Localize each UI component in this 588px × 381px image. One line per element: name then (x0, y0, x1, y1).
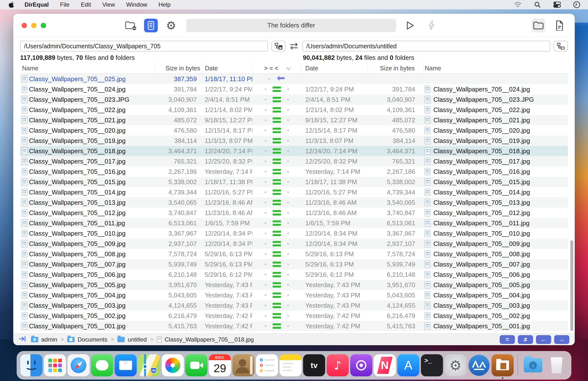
clock-icon[interactable] (573, 1, 581, 9)
table-row[interactable]: Classy_Wallpapers_705__011.jpg6,513,0611… (20, 218, 568, 228)
swap-sides-button[interactable] (286, 42, 302, 50)
reveal-folder-button[interactable] (532, 19, 545, 32)
jpeg-file-icon (21, 209, 27, 216)
contacts-icon[interactable] (232, 354, 254, 376)
jpeg-file-icon (21, 137, 27, 144)
file-size-left: 384,114 (155, 137, 198, 145)
table-row[interactable]: Classy_Wallpapers_705__025.jpg387,3591/1… (20, 74, 568, 84)
minimize-button[interactable] (31, 23, 37, 28)
table-row[interactable]: Classy_Wallpapers_705__012.jpg3,740,8471… (20, 208, 568, 218)
calendar-icon[interactable]: DEC 29 (209, 354, 231, 376)
apple-tv-icon[interactable]: tv (303, 354, 325, 376)
previous-diff-button[interactable]: ← (536, 335, 551, 344)
jpeg-file-icon (21, 323, 27, 330)
direqual-app-icon[interactable] (492, 354, 514, 376)
wifi-icon[interactable] (514, 1, 522, 9)
menu-item-help[interactable]: Help (159, 1, 170, 8)
left-path-input[interactable] (20, 41, 268, 52)
menu-item-file[interactable]: File (60, 1, 70, 8)
table-row[interactable]: Classy_Wallpapers_705__006.jpg6,210,1485… (20, 269, 568, 280)
messages-icon[interactable] (91, 354, 113, 376)
maps-icon[interactable]: 280 (138, 354, 160, 376)
sync-bolt-button[interactable] (424, 19, 438, 32)
jpeg-file-icon (21, 261, 27, 268)
table-row[interactable]: Classy_Wallpapers_705__005.jpg3,951,670Y… (20, 280, 568, 290)
chevron-down-icon[interactable] (286, 65, 291, 70)
table-row[interactable]: Classy_Wallpapers_705__013.jpg3,540,0651… (20, 197, 568, 208)
table-row[interactable]: Classy_Wallpapers_705__004.jpg5,043,605Y… (20, 290, 568, 300)
terminal-icon[interactable]: >_ (421, 354, 443, 376)
table-row[interactable]: Classy_Wallpapers_705__003.jpg4,124,655Y… (20, 300, 568, 311)
music-icon[interactable]: ♪ (327, 354, 349, 376)
jpeg-file-icon (21, 189, 27, 196)
table-row[interactable]: Classy_Wallpapers_705__019.jpg384,11411/… (20, 135, 568, 146)
news-icon[interactable]: N (374, 354, 396, 376)
compare-folders-button[interactable] (144, 19, 158, 32)
table-row[interactable]: Classy_Wallpapers_705__017.jpg765,32112/… (20, 156, 568, 167)
run-comparison-button[interactable] (403, 19, 417, 32)
file-date-right: 11/23/16, 8:46 AM (301, 199, 368, 207)
table-row[interactable]: Classy_Wallpapers_705__008.jpg7,578,7245… (20, 249, 568, 259)
mountain-app-icon[interactable] (468, 354, 490, 376)
table-row[interactable]: Classy_Wallpapers_705__021.jpg485,0729/1… (20, 115, 568, 125)
table-row[interactable]: Classy_Wallpapers_705__009.jpg2,937,1071… (20, 239, 568, 249)
trash-icon[interactable] (546, 354, 568, 376)
table-row[interactable]: Classy_Wallpapers_705__007.jpg5,939,7495… (20, 259, 568, 269)
right-path-input[interactable] (302, 41, 550, 52)
podcasts-icon[interactable] (350, 354, 372, 376)
jpeg-file-icon (424, 240, 430, 248)
report-document-button[interactable] (553, 19, 567, 32)
apple-menu-icon[interactable] (8, 1, 15, 8)
breadcrumb-item-label[interactable]: untitled (128, 336, 147, 343)
facetime-icon[interactable] (185, 354, 207, 376)
menu-item-window[interactable]: Window (126, 1, 147, 8)
table-row[interactable]: Classy_Wallpapers_705__002.jpg6,216,479Y… (20, 311, 568, 321)
menu-item-edit[interactable]: Edit (81, 1, 91, 8)
table-row[interactable]: Classy_Wallpapers_705__014.jpg4,739,3441… (20, 187, 568, 197)
table-row[interactable]: Classy_Wallpapers_705__001.jpg5,415,763Y… (20, 321, 568, 331)
jump-to-selected-icon[interactable] (19, 336, 26, 343)
menu-app-name[interactable]: DirEqual (24, 1, 49, 8)
show-different-button[interactable]: ≠ (518, 335, 533, 344)
notes-icon[interactable] (279, 354, 302, 376)
file-icon-left (20, 230, 29, 237)
file-date-right: Yesterday, 7:14 PM (301, 168, 368, 175)
reminders-icon[interactable] (256, 354, 278, 376)
settings-gear-button[interactable]: ⚙ (164, 19, 178, 32)
control-center-icon[interactable] (553, 1, 561, 9)
left-tree-view-button[interactable] (272, 41, 286, 52)
zoom-button[interactable] (41, 23, 46, 28)
table-row[interactable]: Classy_Wallpapers_705__023.JPG3,040,9072… (20, 95, 568, 105)
next-diff-button[interactable]: → (554, 335, 569, 344)
table-row[interactable]: Classy_Wallpapers_705__022.jpg4,109,3611… (20, 105, 568, 115)
equal-icon (273, 107, 281, 113)
mail-icon[interactable] (115, 354, 137, 376)
vertical-scrollbar[interactable] (570, 240, 573, 331)
file-icon-right (423, 189, 432, 196)
show-equal-button[interactable]: = (500, 335, 515, 344)
photos-icon[interactable] (162, 354, 184, 376)
menu-item-view[interactable]: View (102, 1, 115, 8)
left-bytes-value: 117,109,889 (20, 54, 55, 61)
remove-folder-button[interactable] (124, 19, 138, 32)
breadcrumb-item-label[interactable]: Documents (78, 336, 107, 343)
breadcrumb-item-label[interactable]: admin (41, 336, 57, 343)
table-row[interactable]: Classy_Wallpapers_705__015.jpg5,338,0021… (20, 177, 568, 187)
system-preferences-icon[interactable]: ⚙ (444, 354, 466, 376)
table-row[interactable]: Classy_Wallpapers_705__010.jpg3,367,9671… (20, 228, 568, 239)
launchpad-icon[interactable] (44, 354, 66, 376)
right-tree-view-button[interactable] (554, 41, 568, 52)
table-row[interactable]: Classy_Wallpapers_705__018.jpg3,464,3711… (20, 146, 568, 156)
close-button[interactable] (21, 23, 27, 28)
table-row[interactable]: Classy_Wallpapers_705__024.jpg391,7841/2… (20, 84, 568, 95)
downloads-folder-icon[interactable]: ↓ (522, 354, 544, 376)
app-store-icon[interactable]: A (397, 354, 420, 376)
breadcrumb-item-label[interactable]: Classy_Wallpapers_705__018.jpg (165, 336, 254, 343)
finder-icon[interactable] (20, 354, 42, 376)
spotlight-search-icon[interactable] (533, 1, 541, 9)
compare-dot-left (265, 89, 266, 90)
safari-icon[interactable] (67, 354, 90, 376)
table-row[interactable]: Classy_Wallpapers_705__020.jpg476,58012/… (20, 125, 568, 135)
compare-dot-left (265, 222, 266, 224)
table-row[interactable]: Classy_Wallpapers_705__016.jpg2,267,186Y… (20, 167, 568, 177)
